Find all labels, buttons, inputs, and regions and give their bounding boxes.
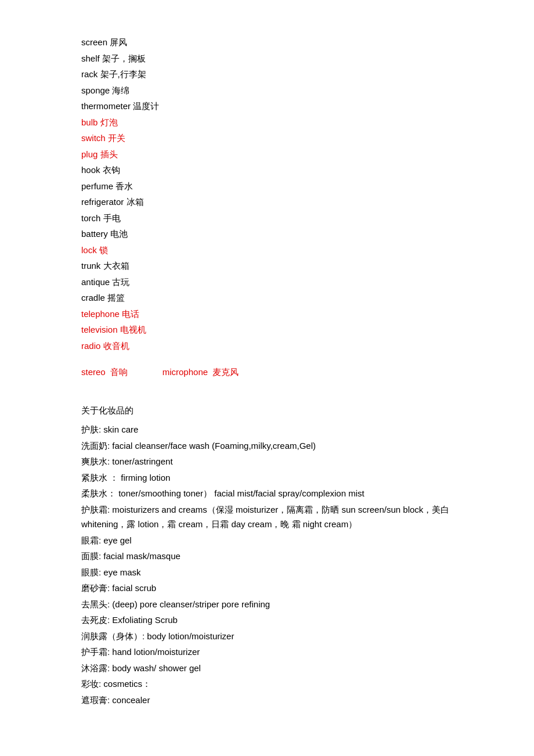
vocab-item: television 电视机 [81, 322, 453, 337]
vocab-item: telephone 电话 [81, 307, 453, 322]
vocab-zh: 锁 [99, 245, 108, 255]
vocab-zh: 收音机 [103, 341, 129, 351]
cosmetics-item: 去死皮: Exfoliating Scrub [81, 613, 453, 628]
cosmetics-item: 去黑头: (deep) pore cleanser/striper pore r… [81, 597, 453, 612]
vocab-en: battery [81, 229, 108, 239]
vocab-en: screen [81, 37, 107, 47]
vocab-en: radio [81, 341, 100, 351]
vocab-en: switch [81, 133, 106, 143]
vocab-item: battery 电池 [81, 226, 453, 242]
vocab-list: screen 屏风shelf 架子，搁板rack 架子,行李架sponge 海绵… [81, 35, 453, 353]
vocab-zh: 插头 [100, 149, 118, 159]
vocab-zh: 电视机 [120, 325, 146, 334]
vocab-item: refrigerator 冰箱 [81, 195, 453, 210]
cosmetics-item: 面膜: facial mask/masque [81, 549, 453, 564]
vocab-item: trunk 大衣箱 [81, 258, 453, 273]
vocab-item: antique 古玩 [81, 275, 453, 290]
vocab-item: radio 收音机 [81, 339, 453, 354]
vocab-zh: 冰箱 [127, 197, 144, 207]
vocab-item: plug 插头 [81, 147, 453, 162]
vocab-item: thermometer 温度计 [81, 99, 453, 114]
vocab-item: rack 架子,行李架 [81, 67, 453, 82]
vocab-zh: 香水 [116, 181, 133, 191]
vocab-en: rack [81, 69, 98, 79]
vocab-en: television [81, 325, 118, 334]
inline-row-container: stereo音响microphone麦克风 [81, 365, 453, 380]
vocab-zh: 手电 [103, 213, 121, 223]
inline-vocab-row: stereo音响microphone麦克风 [81, 365, 453, 380]
vocab-en: shelf [81, 53, 100, 63]
vocab-item: switch 开关 [81, 131, 453, 146]
vocab-en: hook [81, 165, 100, 175]
inline-vocab-zh: 音响 [110, 365, 128, 380]
vocab-item: sponge 海绵 [81, 83, 453, 98]
vocab-zh: 架子，搁板 [102, 53, 146, 63]
vocab-en: perfume [81, 181, 113, 191]
inline-vocab-item: stereo音响 [81, 365, 128, 380]
vocab-zh: 大衣箱 [103, 261, 129, 271]
vocab-zh: 电话 [122, 309, 139, 319]
cosmetics-item: 护肤霜: moisturizers and creams（保湿 moisturi… [81, 502, 453, 532]
vocab-item: shelf 架子，搁板 [81, 51, 453, 66]
cosmetics-item: 护手霜: hand lotion/moisturizer [81, 645, 453, 660]
cosmetics-item: 彩妆: cosmetics： [81, 676, 453, 692]
cosmetics-item: 洗面奶: facial cleanser/face wash (Foaming,… [81, 438, 453, 453]
cosmetics-item: 眼膜: eye mask [81, 565, 453, 580]
inline-vocab-zh: 麦克风 [212, 365, 239, 380]
inline-vocab-en: microphone [163, 365, 208, 380]
vocab-zh: 架子,行李架 [100, 69, 146, 79]
cosmetics-item: 眼霜: eye gel [81, 533, 453, 548]
cosmetics-item: 沐浴露: body wash/ shower gel [81, 661, 453, 676]
cosmetics-item: 遮瑕膏: concealer [81, 693, 453, 708]
vocab-zh: 温度计 [133, 101, 159, 111]
cosmetics-item: 紧肤水 ： firming lotion [81, 470, 453, 485]
vocab-zh: 海绵 [112, 85, 129, 95]
cosmetics-title: 关于化妆品的 [81, 403, 453, 418]
vocab-zh: 衣钩 [103, 165, 120, 175]
vocab-en: refrigerator [81, 197, 124, 207]
vocab-item: perfume 香水 [81, 179, 453, 194]
vocab-item: bulb 灯泡 [81, 115, 453, 130]
vocab-en: thermometer [81, 101, 131, 111]
vocab-en: antique [81, 277, 110, 287]
vocab-en: trunk [81, 261, 100, 271]
vocab-item: screen 屏风 [81, 35, 453, 50]
vocab-en: telephone [81, 309, 120, 319]
vocab-zh: 屏风 [110, 37, 127, 47]
vocab-zh: 摇篮 [107, 293, 125, 303]
vocab-en: bulb [81, 117, 98, 127]
vocab-en: cradle [81, 293, 105, 303]
cosmetics-list: 护肤: skin care洗面奶: facial cleanser/face w… [81, 422, 453, 707]
vocab-en: torch [81, 213, 100, 223]
cosmetics-item: 磨砂膏: facial scrub [81, 581, 453, 596]
vocab-item: torch 手电 [81, 211, 453, 226]
vocab-zh: 电池 [110, 229, 128, 239]
cosmetics-item: 护肤: skin care [81, 422, 453, 437]
inline-vocab-item: microphone麦克风 [163, 365, 239, 380]
cosmetics-item: 爽肤水: toner/astringent [81, 454, 453, 469]
cosmetics-section: 关于化妆品的 护肤: skin care洗面奶: facial cleanser… [81, 403, 453, 708]
vocab-zh: 开关 [108, 133, 125, 143]
vocab-item: hook 衣钩 [81, 163, 453, 178]
cosmetics-item: 柔肤水： toner/smoothing toner） facial mist/… [81, 486, 453, 501]
vocab-en: lock [81, 245, 97, 255]
vocab-item: lock 锁 [81, 243, 453, 258]
cosmetics-item: 润肤露（身体）: body lotion/moisturizer [81, 629, 453, 644]
vocab-zh: 古玩 [112, 277, 129, 287]
vocab-en: plug [81, 149, 98, 159]
inline-vocab-en: stereo [81, 365, 106, 380]
vocab-zh: 灯泡 [100, 117, 118, 127]
vocab-en: sponge [81, 85, 110, 95]
vocab-item: cradle 摇篮 [81, 290, 453, 305]
